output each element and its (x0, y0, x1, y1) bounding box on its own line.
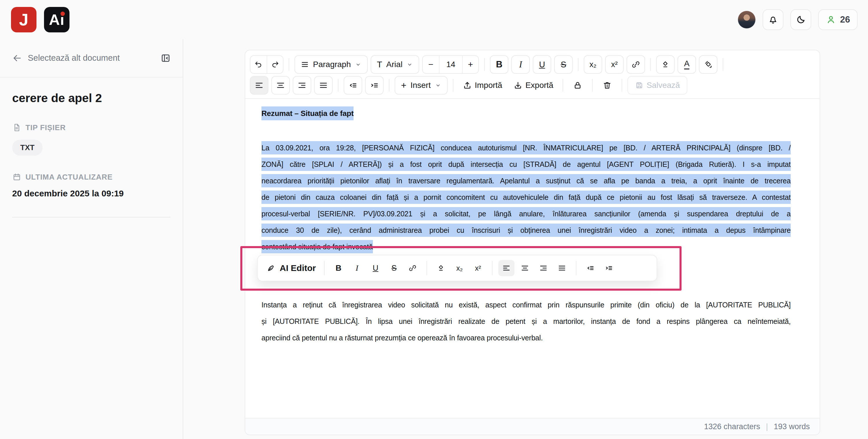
align-left-button[interactable] (250, 76, 269, 95)
toolbar-separator (324, 261, 324, 275)
ai-clear-format-button[interactable] (433, 260, 449, 276)
notifications-button[interactable] (763, 9, 783, 30)
ai-superscript-button[interactable]: x² (470, 260, 486, 276)
bold-button[interactable]: B (490, 55, 508, 74)
strikethrough-icon: S (392, 264, 397, 273)
logo-j[interactable]: J (11, 7, 36, 32)
top-actions: 26 (738, 9, 858, 30)
logo-ai[interactable]: Ai (44, 7, 69, 32)
selected-text: La 03.09.2021, ora 19:28, [PERSOANĂ FIZI… (261, 141, 791, 155)
highlight-color-button[interactable] (699, 55, 717, 74)
save-button[interactable]: Salvează (627, 76, 687, 95)
align-right-icon (539, 264, 548, 272)
character-count: 1326 characters (704, 422, 760, 431)
document-heading: Rezumat – Situația de fapt (261, 105, 791, 122)
ai-align-left-button[interactable] (498, 260, 515, 276)
back-label: Selectează alt document (28, 53, 120, 63)
back-arrow-icon (12, 53, 22, 63)
paragraph-style-dropdown[interactable]: Paragraph (294, 55, 368, 74)
justify-icon (319, 81, 328, 90)
underline-icon: U (539, 60, 545, 69)
decrease-font-button[interactable]: − (423, 56, 439, 73)
ai-subscript-button[interactable]: x₂ (452, 260, 468, 276)
font-family-dropdown[interactable]: T Arial (371, 55, 419, 74)
ai-align-center-button[interactable] (517, 260, 533, 276)
clear-format-button[interactable] (656, 55, 675, 74)
document-line: neacordarea priorității pietonilor aflaț… (261, 173, 791, 189)
avatar[interactable] (738, 11, 756, 29)
underline-button[interactable]: U (533, 55, 551, 74)
file-icon (12, 123, 22, 132)
toolbar-separator (578, 58, 579, 71)
indent-button[interactable] (365, 76, 383, 95)
align-center-button[interactable] (271, 76, 290, 95)
toolbar-separator (389, 79, 390, 92)
ai-underline-button[interactable]: U (367, 260, 383, 276)
file-type-label: TIP FIȘIER (26, 123, 66, 132)
ai-editor-button[interactable]: AI Editor (264, 263, 318, 273)
subscript-button[interactable]: x₂ (584, 55, 602, 74)
link-icon (631, 60, 640, 69)
logo-ai-dot (61, 11, 65, 16)
lock-button[interactable] (568, 76, 587, 95)
superscript-icon: x² (475, 264, 481, 272)
insert-label: Insert (410, 81, 431, 90)
font-size-control: − 14 + (422, 55, 479, 74)
strikethrough-button[interactable]: S (554, 55, 573, 74)
status-bar: 1326 characters | 193 words (245, 418, 820, 435)
ai-italic-button[interactable]: I (349, 260, 365, 276)
align-left-icon (502, 264, 510, 272)
plus-icon: + (401, 80, 406, 91)
align-right-button[interactable] (293, 76, 311, 95)
text-color-button[interactable]: A (678, 55, 696, 74)
delete-button[interactable] (598, 76, 616, 95)
redo-icon (271, 60, 279, 69)
export-button[interactable]: Exportă (509, 76, 558, 95)
document-text: Instanța a reținut că înregistrarea vide… (261, 301, 791, 309)
ai-indent-button[interactable] (601, 260, 617, 276)
clear-format-icon (437, 264, 445, 272)
text-color-icon: A (684, 60, 690, 69)
redo-button[interactable] (267, 56, 283, 73)
document-title: cerere de apel 2 (12, 91, 170, 105)
brand-logos: J Ai (11, 7, 69, 32)
moon-icon (796, 14, 806, 25)
chevron-down-icon (355, 61, 361, 68)
ai-link-button[interactable] (404, 260, 421, 276)
credits-button[interactable]: 26 (818, 9, 858, 30)
theme-toggle-button[interactable] (790, 9, 811, 30)
paragraph-icon (301, 61, 309, 69)
import-button[interactable]: Importă (459, 76, 506, 95)
credits-count: 26 (840, 14, 850, 25)
ai-justify-button[interactable] (554, 260, 570, 276)
selected-text: de pietoni din cauza coloanei din față ș… (261, 191, 791, 204)
chevron-down-icon (406, 61, 413, 68)
undo-icon (254, 60, 263, 69)
ai-outdent-button[interactable] (582, 260, 598, 276)
insert-dropdown[interactable]: + Insert (395, 76, 447, 95)
bold-icon: B (496, 59, 502, 70)
back-button[interactable]: Selectează alt document (12, 53, 120, 63)
sidebar-body: cerere de apel 2 TIP FIȘIER TXT ULTIMA A… (0, 91, 183, 217)
type-icon: T (377, 60, 382, 69)
ai-bold-button[interactable]: B (330, 260, 347, 276)
indent-icon (605, 264, 613, 272)
justify-button[interactable] (314, 76, 333, 95)
ai-strikethrough-button[interactable]: S (386, 260, 402, 276)
collapse-sidebar-button[interactable] (160, 53, 171, 64)
outdent-button[interactable] (344, 76, 362, 95)
superscript-button[interactable]: x² (605, 55, 624, 74)
undo-button[interactable] (250, 56, 267, 73)
italic-icon: I (355, 264, 358, 273)
toolbar-row-primary: Paragraph T Arial − 14 + B I U S x₂ x² (245, 50, 820, 74)
link-button[interactable] (626, 55, 645, 74)
selected-text: ZONĂ] către [SPLAI / ARTERĂ]) și a fost … (261, 158, 791, 171)
align-center-icon (276, 81, 285, 90)
document-text: apreciind că petentul nu a răsturnat pre… (261, 334, 543, 342)
increase-font-button[interactable]: + (462, 56, 478, 73)
font-size-value[interactable]: 14 (439, 56, 462, 73)
italic-button[interactable]: I (511, 55, 530, 74)
document-line: conduce 30 de zile), cerând administrare… (261, 222, 791, 239)
file-type-badge: TXT (12, 140, 42, 156)
ai-align-right-button[interactable] (535, 260, 552, 276)
